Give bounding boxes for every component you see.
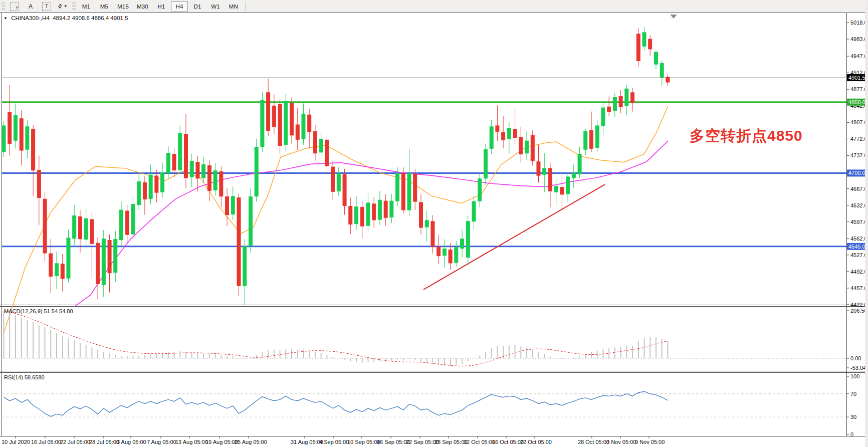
svg-text:28 Jul 05:00: 28 Jul 05:00 bbox=[89, 439, 119, 445]
rsi-axis: 10070300 bbox=[846, 373, 859, 437]
annotation-text[interactable]: 多空转折点4850 bbox=[690, 126, 803, 146]
price-axis: 5018.04983.04947.04912.04877.04842.04807… bbox=[846, 20, 867, 308]
quote-low: 4886.4 bbox=[91, 15, 109, 21]
macd-axis: 206.560.00-53.04 bbox=[846, 308, 867, 371]
svg-text:0.00: 0.00 bbox=[850, 355, 861, 361]
svg-text:22 Sep 05:00: 22 Sep 05:00 bbox=[406, 439, 439, 445]
symbol-quote-line[interactable]: ▼ CHINA300-,H4 4894.2 4908.6 4886.4 4901… bbox=[4, 15, 128, 21]
window-edge-strip bbox=[865, 0, 868, 447]
svg-text:-53.04: -53.04 bbox=[850, 365, 866, 371]
svg-text:12 Oct 05:00: 12 Oct 05:00 bbox=[464, 439, 495, 445]
svg-text:10 Sep 05:00: 10 Sep 05:00 bbox=[347, 439, 380, 445]
svg-text:100: 100 bbox=[850, 373, 859, 379]
quote-high: 4908.6 bbox=[72, 15, 90, 21]
symbol-name: CHINA300-,H4 bbox=[11, 15, 50, 21]
svg-text:0: 0 bbox=[850, 431, 853, 437]
quote-open: 4894.2 bbox=[53, 15, 70, 21]
quote-close: 4901.5 bbox=[110, 15, 128, 21]
svg-text:3 Aug 05:00: 3 Aug 05:00 bbox=[117, 439, 146, 445]
svg-text:28 Oct 05:00: 28 Oct 05:00 bbox=[578, 439, 609, 445]
macd-indicator-label: MACD(12,26,9) 51.54 54.80 bbox=[4, 308, 73, 314]
svg-text:31 Aug 05:00: 31 Aug 05:00 bbox=[291, 439, 323, 445]
svg-text:3 Nov 05:00: 3 Nov 05:00 bbox=[606, 439, 636, 445]
svg-text:16 Sep 05:00: 16 Sep 05:00 bbox=[377, 439, 409, 445]
symbol-dropdown-icon[interactable]: ▼ bbox=[4, 16, 8, 21]
macd-histogram bbox=[4, 311, 668, 366]
trendline[interactable] bbox=[423, 184, 605, 290]
shift-marker-icon[interactable] bbox=[670, 15, 677, 19]
ma-fast-line bbox=[4, 106, 668, 334]
svg-text:25 Aug 05:00: 25 Aug 05:00 bbox=[235, 439, 267, 445]
svg-text:13 Aug 05:00: 13 Aug 05:00 bbox=[175, 439, 208, 445]
candlestick-series bbox=[2, 27, 670, 305]
svg-text:19 Aug 05:00: 19 Aug 05:00 bbox=[205, 439, 238, 445]
chart-canvas[interactable]: 5018.04983.04947.04912.04877.04842.04807… bbox=[0, 0, 868, 447]
svg-text:4700.0: 4700.0 bbox=[848, 170, 865, 176]
svg-text:7 Aug 05:00: 7 Aug 05:00 bbox=[147, 439, 176, 445]
svg-text:22 Jul 05:00: 22 Jul 05:00 bbox=[60, 439, 90, 445]
svg-text:70: 70 bbox=[850, 391, 856, 397]
svg-text:10 Jul 2020: 10 Jul 2020 bbox=[2, 439, 30, 445]
svg-text:4545.0: 4545.0 bbox=[848, 244, 865, 250]
svg-text:4 Sep 05:00: 4 Sep 05:00 bbox=[319, 439, 349, 445]
svg-text:22 Oct 05:00: 22 Oct 05:00 bbox=[520, 439, 552, 445]
svg-text:4901.5: 4901.5 bbox=[848, 75, 865, 81]
svg-text:30: 30 bbox=[850, 414, 856, 420]
svg-text:28 Sep 05:00: 28 Sep 05:00 bbox=[435, 439, 467, 445]
time-axis: 10 Jul 202016 Jul 05:0022 Jul 05:0028 Ju… bbox=[2, 436, 665, 445]
svg-text:16 Jul 05:00: 16 Jul 05:00 bbox=[31, 439, 61, 445]
svg-text:16 Oct 05:00: 16 Oct 05:00 bbox=[492, 439, 524, 445]
rsi-indicator-label: RSI(14) 58.6580 bbox=[4, 374, 45, 380]
svg-text:4850.0: 4850.0 bbox=[848, 99, 865, 105]
rsi-line bbox=[4, 391, 668, 416]
mt4-window: F A T ⇅ ▼ M1 M5 M15 M30 H1 H4 D1 W1 MN ▼… bbox=[0, 0, 868, 447]
svg-text:9 Nov 05:00: 9 Nov 05:00 bbox=[635, 439, 665, 445]
